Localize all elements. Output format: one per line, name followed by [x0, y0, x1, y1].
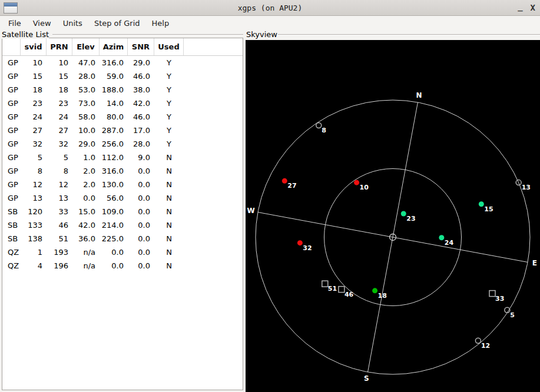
column-header-Elev[interactable]: Elev [72, 38, 100, 55]
satellite-marker-33 [489, 291, 495, 297]
cell-SNR: 0.0 [128, 248, 154, 257]
satellite-row-GP-18[interactable]: GP181853.0188.038.0Y [2, 83, 243, 97]
cell-PRN: 196 [47, 261, 72, 270]
compass-label-east: E [532, 259, 537, 267]
cell-Azim: 316.0 [100, 58, 128, 67]
cell-svid: 23 [21, 99, 47, 108]
satellite-row-SB-120[interactable]: SB1203315.0109.00.0N [2, 205, 243, 218]
satellite-row-GP-5[interactable]: GP551.0112.09.0N [2, 151, 243, 164]
satellite-row-GP-10[interactable]: GP101047.0316.029.0Y [2, 56, 243, 69]
column-header-filler [184, 38, 243, 55]
window-title: xgps (on APU2) [0, 0, 540, 16]
satellite-list-frame-border [52, 34, 243, 35]
cell-PRN: 33 [47, 207, 72, 216]
cell-Used: N [154, 153, 184, 162]
menu-item-step-of-grid[interactable]: Step of Grid [88, 18, 146, 29]
satellite-row-SB-133[interactable]: SB1334642.0214.00.0N [2, 218, 243, 232]
cell-Elev: 53.0 [72, 85, 100, 94]
satellite-row-GP-13[interactable]: GP13130.056.00.0N [2, 191, 243, 205]
cell-Used: Y [154, 99, 184, 108]
title-bar: xgps (on APU2) _ X [0, 0, 540, 16]
satellite-marker-27 [282, 178, 287, 184]
column-header-type[interactable] [2, 38, 21, 55]
cell-type: SB [2, 234, 21, 243]
satellite-row-SB-138[interactable]: SB1385136.0225.00.0N [2, 232, 243, 245]
cell-svid: 15 [21, 72, 47, 81]
cell-Elev: 15.0 [72, 207, 100, 216]
satellite-row-GP-12[interactable]: GP12122.0130.00.0N [2, 178, 243, 191]
cell-PRN: 8 [47, 167, 72, 175]
cell-type: GP [2, 153, 21, 162]
cell-Elev: n/a [72, 261, 100, 270]
cell-Used: N [154, 167, 184, 175]
cell-SNR: 38.0 [128, 85, 154, 94]
cell-PRN: 15 [47, 72, 72, 81]
satellite-table-body: GP101047.0316.029.0YGP151528.059.046.0YG… [2, 56, 243, 273]
cell-Used: Y [154, 72, 184, 81]
cell-svid: 27 [21, 126, 47, 135]
skyview-plot: NESW10151823242732581213334651 [246, 40, 540, 392]
cell-svid: 32 [21, 139, 47, 148]
cell-SNR: 9.0 [128, 153, 154, 162]
cell-Elev: 73.0 [72, 99, 100, 108]
satellite-label-13: 13 [522, 184, 531, 191]
compass-label-north: N [416, 91, 422, 99]
satellite-marker-46 [339, 287, 344, 293]
menu-item-units[interactable]: Units [57, 18, 88, 29]
cell-Azim: 0.0 [100, 248, 128, 257]
cell-PRN: 27 [47, 126, 72, 135]
cell-PRN: 23 [47, 99, 72, 108]
cell-SNR: 42.0 [128, 99, 154, 108]
satellite-label-15: 15 [484, 205, 493, 213]
cell-Used: Y [154, 112, 184, 121]
cell-svid: 8 [21, 167, 47, 175]
cell-PRN: 18 [47, 85, 72, 94]
satellite-marker-18 [372, 288, 377, 293]
satellite-row-GP-32[interactable]: GP323229.0256.028.0Y [2, 137, 243, 151]
cell-svid: 1 [21, 248, 47, 257]
cell-svid: 13 [21, 194, 47, 202]
cell-svid: 133 [21, 221, 47, 230]
cell-PRN: 51 [47, 234, 72, 243]
menu-item-view[interactable]: View [27, 18, 57, 29]
satellite-row-GP-8[interactable]: GP882.0316.00.0N [2, 164, 243, 178]
satellite-row-QZ-1[interactable]: QZ1193n/a0.00.0N [2, 245, 243, 259]
menu-item-file[interactable]: File [2, 18, 27, 29]
satellite-row-GP-23[interactable]: GP232373.014.042.0Y [2, 97, 243, 110]
column-header-PRN[interactable]: PRN [47, 38, 72, 55]
cell-Elev: 47.0 [72, 58, 100, 67]
column-header-Used[interactable]: Used [154, 38, 184, 55]
column-header-Azim[interactable]: Azim [100, 38, 128, 55]
cell-Used: N [154, 180, 184, 189]
cell-type: QZ [2, 261, 21, 270]
column-header-svid[interactable]: svid [21, 38, 47, 55]
cell-SNR: 46.0 [128, 112, 154, 121]
minimize-button[interactable]: _ [516, 0, 524, 15]
cell-PRN: 13 [47, 194, 72, 202]
column-header-SNR[interactable]: SNR [128, 38, 154, 55]
cell-Elev: 10.0 [72, 126, 100, 135]
cell-PRN: 5 [47, 153, 72, 162]
satellite-row-QZ-4[interactable]: QZ4196n/a0.00.0N [2, 259, 243, 273]
compass-label-west: W [247, 207, 254, 215]
cell-type: GP [2, 72, 21, 81]
close-button[interactable]: X [529, 0, 536, 16]
cell-Used: N [154, 248, 184, 257]
cell-svid: 4 [21, 261, 47, 270]
menu-item-help[interactable]: Help [146, 18, 175, 29]
cell-type: GP [2, 139, 21, 148]
cell-PRN: 193 [47, 248, 72, 257]
satellite-marker-12 [475, 338, 481, 343]
satellite-row-GP-24[interactable]: GP242458.080.046.0Y [2, 110, 243, 124]
cell-Azim: 112.0 [100, 153, 128, 162]
satellite-row-GP-27[interactable]: GP272710.0287.017.0Y [2, 124, 243, 137]
menu-bar: FileViewUnitsStep of GridHelp [0, 16, 540, 29]
satellite-row-GP-15[interactable]: GP151528.059.046.0Y [2, 69, 243, 83]
satellite-label-8: 8 [322, 127, 326, 134]
compass-label-south: S [364, 374, 369, 383]
satellite-marker-24 [439, 235, 444, 240]
skyview-frame-border [278, 34, 540, 35]
cell-type: GP [2, 58, 21, 67]
cell-Used: N [154, 234, 184, 243]
cell-SNR: 0.0 [128, 261, 154, 270]
